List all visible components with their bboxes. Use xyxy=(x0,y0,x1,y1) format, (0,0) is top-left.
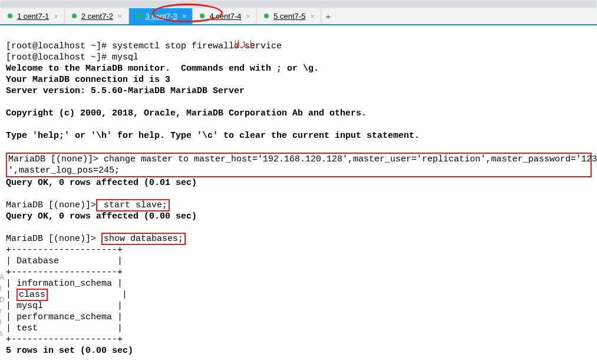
close-icon[interactable]: × xyxy=(54,12,58,21)
term-db-class: class xyxy=(19,290,45,300)
term-line: 5 rows in set (0.00 sec) xyxy=(6,346,133,356)
tab-cent7-3[interactable]: 3 cent7-3 × xyxy=(129,8,193,24)
gutter-letters: A I D r I s xyxy=(0,272,5,339)
terminal-area[interactable]: 从1上 A I D r I s [root@localhost ~]# syst… xyxy=(0,25,597,364)
term-prompt: MariaDB [(none)]> xyxy=(6,200,96,210)
close-icon[interactable]: × xyxy=(182,12,187,21)
term-line: [root@localhost ~]# mysql xyxy=(6,52,138,62)
term-line: Query OK, 0 rows affected (0.01 sec) xyxy=(6,178,197,188)
term-line: | mysql | xyxy=(6,301,123,311)
tab-label: 4 cent7-4 xyxy=(209,12,241,21)
active-tab-underline xyxy=(0,24,597,25)
status-dot-icon xyxy=(200,14,205,18)
annotation-box-class: class xyxy=(17,289,48,301)
annotation-box-show-databases: show databases; xyxy=(101,233,186,245)
term-cmd: show databases; xyxy=(104,234,183,244)
tab-label: 1 cent7-1 xyxy=(17,12,49,21)
term-line: Welcome to the MariaDB monitor. Commands… xyxy=(6,64,319,74)
status-dot-icon xyxy=(136,14,141,18)
term-line: | performance_schema | xyxy=(6,312,123,322)
term-cmd: start slave; xyxy=(98,200,167,210)
term-line: +--------------------+ xyxy=(6,267,123,277)
close-icon[interactable]: × xyxy=(118,12,123,21)
add-tab-button[interactable]: + xyxy=(321,11,335,21)
tab-cent7-4[interactable]: 4 cent7-4 × xyxy=(193,8,257,24)
annotation-box-change-master: MariaDB [(none)]> change master to maste… xyxy=(6,153,592,177)
term-line: ',master_log_pos=245; xyxy=(8,166,120,176)
term-line: | xyxy=(48,290,127,300)
term-line: Query OK, 0 rows affected (0.00 sec) xyxy=(6,211,197,221)
term-prompt: MariaDB [(none)]> xyxy=(6,234,101,244)
tab-label: 3 cent7-3 xyxy=(146,12,177,21)
term-line: Copyright (c) 2000, 2018, Oracle, MariaD… xyxy=(6,108,367,118)
term-line: Your MariaDB connection id is 3 xyxy=(6,75,170,85)
term-line: | test | xyxy=(6,323,123,333)
term-line: Server version: 5.5.60-MariaDB MariaDB S… xyxy=(6,86,245,96)
status-dot-icon xyxy=(8,14,12,18)
status-dot-icon xyxy=(72,14,77,18)
term-line: | Database | xyxy=(6,256,123,266)
term-line: +--------------------+ xyxy=(6,245,123,255)
annotation-box-start-slave: start slave; xyxy=(96,199,170,211)
close-icon[interactable]: × xyxy=(310,12,315,21)
tab-cent7-1[interactable]: 1 cent7-1 × xyxy=(1,8,65,24)
term-line: +--------------------+ xyxy=(6,335,123,345)
term-line: | information_schema | xyxy=(6,279,123,289)
tab-label: 5 cent7-5 xyxy=(273,12,305,21)
term-line: MariaDB [(none)]> change master to maste… xyxy=(8,154,597,164)
terminal-output: [root@localhost ~]# systemctl stop firew… xyxy=(6,29,596,364)
status-dot-icon xyxy=(264,14,269,18)
window-chrome-blur xyxy=(0,0,597,8)
tab-label: 2 cent7-2 xyxy=(81,12,113,21)
tab-cent7-2[interactable]: 2 cent7-2 × xyxy=(65,8,129,24)
term-line: | xyxy=(6,290,17,300)
term-line: Type 'help;' or '\h' for help. Type '\c'… xyxy=(6,131,420,141)
close-icon[interactable]: × xyxy=(246,12,251,21)
tab-bar: 1 cent7-1 × 2 cent7-2 × 3 cent7-3 × 4 ce… xyxy=(0,8,597,25)
annotation-text: 从1上 xyxy=(233,39,255,50)
tab-cent7-5[interactable]: 5 cent7-5 × xyxy=(257,8,321,24)
